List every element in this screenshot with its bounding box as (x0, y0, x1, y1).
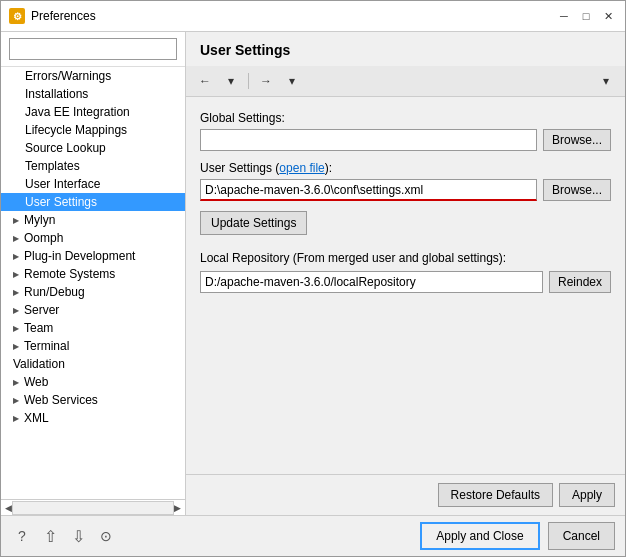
tree-area: Errors/Warnings Installations Java EE In… (1, 67, 185, 499)
sidebar-item-oomph[interactable]: Oomph (1, 229, 185, 247)
panel-toolbar: ← ▾ → ▾ ▾ (186, 66, 625, 97)
user-settings-row: Browse... (200, 179, 611, 201)
toolbar-separator (248, 73, 249, 89)
panel-title: User Settings (186, 32, 625, 66)
scroll-right-icon[interactable]: ▶ (174, 503, 181, 513)
back-button[interactable]: ← (194, 70, 216, 92)
sidebar-item-errors-warnings[interactable]: Errors/Warnings (1, 67, 185, 85)
update-settings-button[interactable]: Update Settings (200, 211, 307, 235)
user-settings-label-text: User Settings ( (200, 161, 279, 175)
sidebar-item-mylyn[interactable]: Mylyn (1, 211, 185, 229)
sidebar-item-xml[interactable]: XML (1, 409, 185, 427)
sidebar-item-user-interface[interactable]: User Interface (1, 175, 185, 193)
right-panel: User Settings ← ▾ → ▾ ▾ Global Settings:… (186, 32, 625, 515)
user-settings-browse-button[interactable]: Browse... (543, 179, 611, 201)
sidebar-item-terminal[interactable]: Terminal (1, 337, 185, 355)
import-icon[interactable]: ⇩ (67, 525, 89, 547)
reindex-button[interactable]: Reindex (549, 271, 611, 293)
sidebar-item-run-debug[interactable]: Run/Debug (1, 283, 185, 301)
horizontal-scrollbar[interactable] (12, 501, 174, 515)
sidebar-item-server[interactable]: Server (1, 301, 185, 319)
user-settings-label: User Settings (open file): (200, 161, 611, 175)
sidebar-item-lifecycle-mappings[interactable]: Lifecycle Mappings (1, 121, 185, 139)
preferences-icon[interactable]: ⊙ (95, 525, 117, 547)
close-button[interactable]: ✕ (599, 7, 617, 25)
user-settings-input[interactable] (200, 179, 537, 201)
sidebar-item-remote-systems[interactable]: Remote Systems (1, 265, 185, 283)
title-bar: ⚙ Preferences ─ □ ✕ (1, 1, 625, 32)
sidebar-item-templates[interactable]: Templates (1, 157, 185, 175)
sidebar-item-validation[interactable]: Validation (1, 355, 185, 373)
local-repo-row: Reindex (200, 271, 611, 293)
sidebar-item-user-settings[interactable]: User Settings (1, 193, 185, 211)
global-settings-row: Browse... (200, 129, 611, 151)
sidebar-bottom: ◀ ▶ (1, 499, 185, 515)
forward-dropdown-button[interactable]: ▾ (281, 70, 303, 92)
bottom-bar: ? ⇧ ⇩ ⊙ Apply and Close Cancel (1, 515, 625, 556)
cancel-button[interactable]: Cancel (548, 522, 615, 550)
sidebar: Errors/Warnings Installations Java EE In… (1, 32, 186, 515)
search-box (1, 32, 185, 67)
scroll-left-icon[interactable]: ◀ (5, 503, 12, 513)
apply-close-button[interactable]: Apply and Close (420, 522, 539, 550)
view-menu-button[interactable]: ▾ (595, 70, 617, 92)
panel-footer: Restore Defaults Apply (186, 474, 625, 515)
sidebar-item-web[interactable]: Web (1, 373, 185, 391)
window-controls: ─ □ ✕ (555, 7, 617, 25)
search-input[interactable] (9, 38, 177, 60)
sidebar-item-java-ee-integration[interactable]: Java EE Integration (1, 103, 185, 121)
global-browse-button[interactable]: Browse... (543, 129, 611, 151)
open-file-link[interactable]: open file (279, 161, 324, 175)
sidebar-item-source-lookup[interactable]: Source Lookup (1, 139, 185, 157)
sidebar-item-web-services[interactable]: Web Services (1, 391, 185, 409)
forward-button[interactable]: → (255, 70, 277, 92)
minimize-button[interactable]: ─ (555, 7, 573, 25)
restore-defaults-button[interactable]: Restore Defaults (438, 483, 553, 507)
sidebar-item-installations[interactable]: Installations (1, 85, 185, 103)
back-dropdown-button[interactable]: ▾ (220, 70, 242, 92)
global-settings-label: Global Settings: (200, 111, 611, 125)
export-icon[interactable]: ⇧ (39, 525, 61, 547)
main-content: Errors/Warnings Installations Java EE In… (1, 32, 625, 515)
global-settings-input[interactable] (200, 129, 537, 151)
local-repo-input[interactable] (200, 271, 543, 293)
help-icon[interactable]: ? (11, 525, 33, 547)
window-title: Preferences (31, 9, 549, 23)
apply-button[interactable]: Apply (559, 483, 615, 507)
window-icon: ⚙ (9, 8, 25, 24)
panel-body: Global Settings: Browse... User Settings… (186, 97, 625, 474)
sidebar-item-team[interactable]: Team (1, 319, 185, 337)
preferences-window: ⚙ Preferences ─ □ ✕ Errors/Warnings Inst… (0, 0, 626, 557)
local-repo-label: Local Repository (From merged user and g… (200, 251, 611, 265)
maximize-button[interactable]: □ (577, 7, 595, 25)
sidebar-item-plugin-development[interactable]: Plug-in Development (1, 247, 185, 265)
user-settings-label-suffix: ): (325, 161, 332, 175)
bottom-icons: ? ⇧ ⇩ ⊙ (11, 525, 117, 547)
